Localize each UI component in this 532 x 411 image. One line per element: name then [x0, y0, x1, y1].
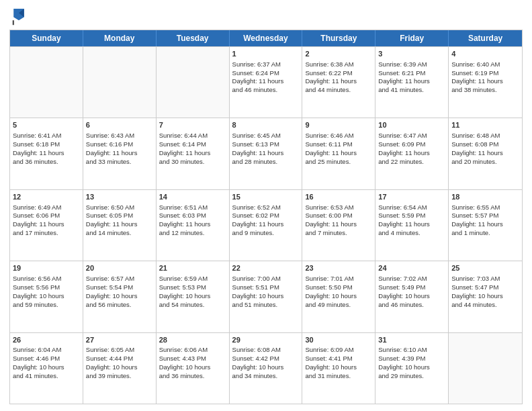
day-info-line: and 25 minutes.	[305, 158, 372, 167]
cal-cell-21: 21Sunrise: 6:59 AMSunset: 5:53 PMDayligh…	[157, 261, 230, 332]
cal-cell-6: 6Sunrise: 6:43 AMSunset: 6:16 PMDaylight…	[83, 118, 157, 189]
day-info-line: Sunrise: 6:09 AM	[305, 346, 372, 355]
day-info-line: and 36 minutes.	[13, 158, 80, 167]
day-number: 23	[305, 263, 372, 273]
day-number: 4	[451, 49, 519, 59]
day-number: 9	[305, 120, 372, 130]
cal-cell-28: 28Sunrise: 6:06 AMSunset: 4:43 PMDayligh…	[157, 333, 230, 404]
header	[9, 7, 523, 26]
day-info-line: Sunrise: 6:51 AM	[159, 203, 226, 212]
day-info-line: and 44 minutes.	[305, 86, 372, 95]
day-info-line: Sunrise: 6:46 AM	[305, 132, 372, 140]
cal-cell-24: 24Sunrise: 7:02 AMSunset: 5:49 PMDayligh…	[375, 261, 449, 332]
cal-cell-15: 15Sunrise: 6:52 AMSunset: 6:02 PMDayligh…	[230, 190, 303, 261]
day-info-line: Daylight: 11 hours	[378, 77, 445, 86]
day-info-line: and 9 minutes.	[232, 229, 300, 238]
cal-cell-25: 25Sunrise: 7:03 AMSunset: 5:47 PMDayligh…	[449, 261, 522, 332]
day-info-line: Sunrise: 6:49 AM	[13, 203, 80, 212]
day-info-line: Daylight: 11 hours	[232, 220, 300, 229]
day-info-line: Daylight: 10 hours	[13, 363, 80, 372]
cal-cell-18: 18Sunrise: 6:55 AMSunset: 5:57 PMDayligh…	[449, 190, 522, 261]
day-info-line: Sunrise: 6:44 AM	[159, 132, 226, 140]
day-info-line: and 39 minutes.	[86, 372, 153, 381]
calendar-body: 1Sunrise: 6:37 AMSunset: 6:24 PMDaylight…	[10, 46, 522, 404]
day-number: 16	[305, 192, 372, 202]
day-number: 7	[159, 120, 226, 130]
day-info-line: Sunset: 6:09 PM	[378, 140, 445, 149]
day-number: 2	[305, 49, 372, 59]
cal-cell-26: 26Sunrise: 6:04 AMSunset: 4:46 PMDayligh…	[10, 333, 83, 404]
day-number: 12	[13, 192, 80, 202]
day-info-line: Daylight: 11 hours	[232, 77, 300, 86]
day-info-line: Daylight: 11 hours	[451, 220, 519, 229]
day-info-line: Sunrise: 7:02 AM	[378, 275, 445, 283]
day-info-line: Sunset: 6:06 PM	[13, 212, 80, 220]
day-info-line: and 56 minutes.	[86, 301, 153, 310]
day-info-line: Sunset: 5:51 PM	[232, 283, 300, 292]
cal-cell-5: 5Sunrise: 6:41 AMSunset: 6:18 PMDaylight…	[10, 118, 83, 189]
day-info-line: Daylight: 10 hours	[159, 363, 226, 372]
day-info-line: Daylight: 11 hours	[451, 149, 519, 158]
day-info-line: Sunrise: 6:38 AM	[305, 60, 372, 69]
cal-row-3: 19Sunrise: 6:56 AMSunset: 5:56 PMDayligh…	[10, 261, 522, 332]
cal-cell-19: 19Sunrise: 6:56 AMSunset: 5:56 PMDayligh…	[10, 261, 83, 332]
day-info-line: and 28 minutes.	[232, 158, 300, 167]
day-info-line: Sunrise: 6:57 AM	[86, 275, 153, 283]
logo-icon	[9, 7, 28, 26]
day-info-line: Sunset: 4:41 PM	[305, 355, 372, 363]
day-number: 27	[86, 335, 153, 345]
day-number: 19	[13, 263, 80, 273]
day-info-line: Daylight: 10 hours	[305, 292, 372, 301]
day-info-line: Sunrise: 7:03 AM	[451, 275, 519, 283]
day-number: 17	[378, 192, 445, 202]
cal-cell-7: 7Sunrise: 6:44 AMSunset: 6:14 PMDaylight…	[157, 118, 230, 189]
cal-cell-1: 1Sunrise: 6:37 AMSunset: 6:24 PMDaylight…	[230, 47, 303, 118]
cal-cell-23: 23Sunrise: 7:01 AMSunset: 5:50 PMDayligh…	[302, 261, 375, 332]
cal-cell-empty-0-1	[83, 47, 157, 118]
day-number: 29	[232, 335, 300, 345]
day-info-line: and 1 minute.	[451, 229, 519, 238]
day-info-line: Sunset: 5:54 PM	[86, 283, 153, 292]
day-number: 1	[232, 49, 300, 59]
cal-cell-8: 8Sunrise: 6:45 AMSunset: 6:13 PMDaylight…	[230, 118, 303, 189]
day-number: 14	[159, 192, 226, 202]
day-info-line: Daylight: 11 hours	[305, 220, 372, 229]
day-info-line: Daylight: 11 hours	[159, 220, 226, 229]
day-number: 31	[378, 335, 445, 345]
day-number: 15	[232, 192, 300, 202]
day-info-line: Sunset: 6:22 PM	[305, 69, 372, 78]
cal-cell-3: 3Sunrise: 6:39 AMSunset: 6:21 PMDaylight…	[375, 47, 449, 118]
cal-cell-13: 13Sunrise: 6:50 AMSunset: 6:05 PMDayligh…	[83, 190, 157, 261]
day-info-line: Sunset: 5:47 PM	[451, 283, 519, 292]
day-number: 30	[305, 335, 372, 345]
logo	[9, 7, 31, 26]
day-info-line: Daylight: 11 hours	[451, 77, 519, 86]
cal-cell-16: 16Sunrise: 6:53 AMSunset: 6:00 PMDayligh…	[302, 190, 375, 261]
day-info-line: Daylight: 11 hours	[232, 149, 300, 158]
page: SundayMondayTuesdayWednesdayThursdayFrid…	[0, 0, 532, 411]
day-info-line: Sunset: 5:59 PM	[378, 212, 445, 220]
day-info-line: Sunset: 6:16 PM	[86, 140, 153, 149]
day-info-line: Sunset: 6:13 PM	[232, 140, 300, 149]
day-info-line: and 46 minutes.	[232, 86, 300, 95]
cal-cell-10: 10Sunrise: 6:47 AMSunset: 6:09 PMDayligh…	[375, 118, 449, 189]
day-info-line: Sunset: 6:02 PM	[232, 212, 300, 220]
day-info-line: Daylight: 11 hours	[378, 220, 445, 229]
cal-cell-empty-4-6	[449, 333, 522, 404]
day-info-line: and 14 minutes.	[86, 229, 153, 238]
cal-cell-4: 4Sunrise: 6:40 AMSunset: 6:19 PMDaylight…	[449, 47, 522, 118]
cal-cell-29: 29Sunrise: 6:08 AMSunset: 4:42 PMDayligh…	[230, 333, 303, 404]
cal-row-4: 26Sunrise: 6:04 AMSunset: 4:46 PMDayligh…	[10, 332, 522, 404]
cal-cell-31: 31Sunrise: 6:10 AMSunset: 4:39 PMDayligh…	[375, 333, 449, 404]
day-info-line: Sunset: 5:53 PM	[159, 283, 226, 292]
day-info-line: Sunrise: 6:37 AM	[232, 60, 300, 69]
day-info-line: Sunset: 6:19 PM	[451, 69, 519, 78]
cal-row-0: 1Sunrise: 6:37 AMSunset: 6:24 PMDaylight…	[10, 46, 522, 118]
day-info-line: Daylight: 11 hours	[305, 77, 372, 86]
cal-cell-empty-0-0	[10, 47, 83, 118]
day-info-line: Daylight: 10 hours	[451, 292, 519, 301]
day-info-line: and 33 minutes.	[86, 158, 153, 167]
day-info-line: Sunset: 6:24 PM	[232, 69, 300, 78]
day-info-line: Daylight: 11 hours	[159, 149, 226, 158]
cal-cell-11: 11Sunrise: 6:48 AMSunset: 6:08 PMDayligh…	[449, 118, 522, 189]
